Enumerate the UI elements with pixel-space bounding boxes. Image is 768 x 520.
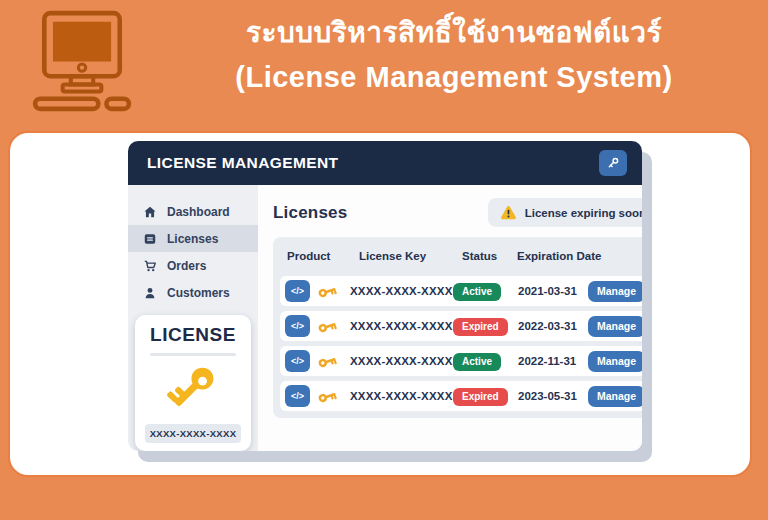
manage-button[interactable]: Manage xyxy=(588,316,642,337)
status-cell: Expired xyxy=(453,316,518,336)
table-row: </> XXXX-XXXX-XXXX Expired 2023-05-31 Ma… xyxy=(280,381,642,411)
banner: ระบบบริหารสิทธิ์ใช้งานซอฟต์แวร์ (License… xyxy=(0,0,768,122)
license-key-value: XXXX-XXXX-XXXX xyxy=(350,285,453,297)
status-cell: Active xyxy=(453,281,518,301)
title-english: (License Management System) xyxy=(160,55,748,99)
main-header: Licenses License expiring soon xyxy=(273,198,642,227)
status-badge: Expired xyxy=(453,388,508,406)
code-product-icon: </> xyxy=(285,350,310,372)
status-cell: Active xyxy=(453,351,518,371)
expiration-date: 2022-11-31 xyxy=(518,355,588,367)
sidebar-item-label: Orders xyxy=(167,259,206,273)
key-icon xyxy=(165,360,221,416)
license-key-value: XXXX-XXXX-XXXX xyxy=(350,320,453,332)
manage-button[interactable]: Manage xyxy=(588,351,642,372)
window-header: LICENSE MANAGEMENT xyxy=(128,141,642,185)
table-row: </> XXXX-XXXX-XXXX Active 2022-11-31 Man… xyxy=(280,346,642,376)
expiry-warning-badge: License expiring soon xyxy=(488,198,642,227)
code-product-icon: </> xyxy=(285,315,310,337)
section-title-licenses: Licenses xyxy=(273,203,347,223)
status-badge: Active xyxy=(453,283,501,301)
cart-icon xyxy=(143,259,157,273)
status-cell: Expired xyxy=(453,386,518,406)
key-icon xyxy=(605,155,621,171)
app-window: LICENSE MANAGEMENT Dashboard xyxy=(128,141,642,451)
expiration-date: 2021-03-31 xyxy=(518,285,588,297)
sidebar-item-label: Dashboard xyxy=(167,205,230,219)
home-icon xyxy=(143,205,157,219)
license-card: LICENSE XXXX-XXXX-XXXX xyxy=(135,315,251,451)
column-product: Product xyxy=(287,250,359,262)
sidebar-item-label: Customers xyxy=(167,286,230,300)
key-icon xyxy=(317,281,338,302)
table-row: </> XXXX-XXXX-XXXX Active 2021-03-31 Man… xyxy=(280,276,642,306)
column-license-key: License Key xyxy=(359,250,462,262)
main-panel: Licenses License expiring soon Product L… xyxy=(258,185,642,451)
key-icon xyxy=(317,386,338,407)
license-code-field: XXXX-XXXX-XXXX xyxy=(145,424,241,443)
key-button[interactable] xyxy=(599,150,627,176)
divider xyxy=(150,353,236,356)
content-card: LICENSE MANAGEMENT Dashboard xyxy=(8,131,752,477)
column-status: Status xyxy=(462,250,517,262)
sidebar-item-dashboard[interactable]: Dashboard xyxy=(128,198,258,225)
sidebar-item-licenses[interactable]: Licenses xyxy=(128,225,258,252)
manage-button[interactable]: Manage xyxy=(588,386,642,407)
status-badge: Expired xyxy=(453,318,508,336)
window-body: Dashboard Licenses O xyxy=(128,185,642,451)
person-icon xyxy=(143,286,157,300)
table-header: Product License Key Status Expiration Da… xyxy=(280,244,642,271)
title-thai: ระบบบริหารสิทธิ์ใช้งานซอฟต์แวร์ xyxy=(160,11,748,55)
expiration-date: 2022-03-31 xyxy=(518,320,588,332)
license-key-value: XXXX-XXXX-XXXX xyxy=(350,355,453,367)
sidebar-item-orders[interactable]: Orders xyxy=(128,252,258,279)
window-title: LICENSE MANAGEMENT xyxy=(147,154,338,172)
expiration-date: 2023-05-31 xyxy=(518,390,588,402)
sidebar-item-label: Licenses xyxy=(167,232,218,246)
manage-button[interactable]: Manage xyxy=(588,281,642,302)
key-icon xyxy=(317,351,338,372)
code-product-icon: </> xyxy=(285,385,310,407)
status-badge: Active xyxy=(453,353,501,371)
licenses-table: Product License Key Status Expiration Da… xyxy=(273,237,642,418)
column-expiration-date: Expiration Date xyxy=(517,250,601,262)
computer-icon xyxy=(28,8,134,114)
sidebar: Dashboard Licenses O xyxy=(128,185,258,451)
table-row: </> XXXX-XXXX-XXXX Expired 2022-03-31 Ma… xyxy=(280,311,642,341)
license-key-value: XXXX-XXXX-XXXX xyxy=(350,390,453,402)
page-title: ระบบบริหารสิทธิ์ใช้งานซอฟต์แวร์ (License… xyxy=(160,11,748,99)
warning-text: License expiring soon xyxy=(525,207,642,219)
key-icon xyxy=(317,316,338,337)
warning-icon xyxy=(500,205,517,220)
sidebar-item-customers[interactable]: Customers xyxy=(128,279,258,306)
list-icon xyxy=(143,232,157,246)
table-rows: </> XXXX-XXXX-XXXX Active 2021-03-31 Man… xyxy=(280,276,642,411)
license-card-title: LICENSE xyxy=(141,324,245,346)
code-product-icon: </> xyxy=(285,280,310,302)
